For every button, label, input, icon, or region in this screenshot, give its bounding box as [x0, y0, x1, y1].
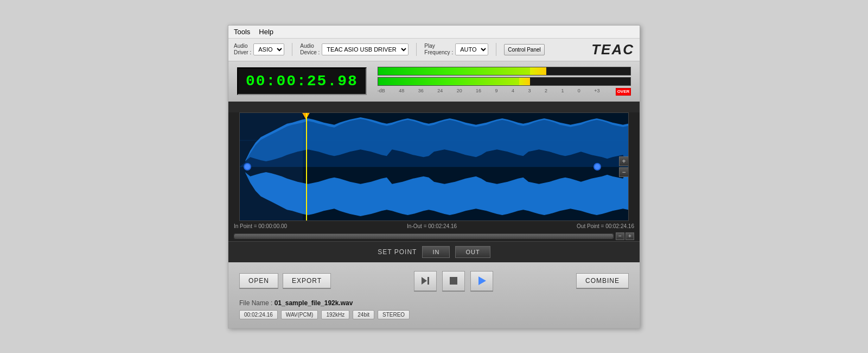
tag-format: WAV(PCM): [281, 310, 318, 319]
divider-3: [496, 43, 496, 56]
level-fill-ch1: [378, 67, 546, 75]
scrollbar-thumb[interactable]: [234, 234, 613, 238]
time-display: 00:00:25.98: [237, 67, 367, 95]
set-point-row: SET POINT IN OUT: [228, 241, 640, 262]
in-point-label: In Point = 00:00:00.00: [234, 223, 287, 229]
zoom-in-button[interactable]: +: [619, 156, 629, 166]
stop-button[interactable]: [442, 271, 465, 292]
zoom-out-button[interactable]: −: [619, 167, 629, 177]
control-panel-button[interactable]: Control Panel: [504, 44, 545, 55]
divider-2: [416, 43, 417, 56]
level-yellow-ch1: [530, 67, 546, 75]
play-frequency-label: PlayFrequency :: [424, 43, 453, 56]
menu-tools[interactable]: Tools: [234, 28, 250, 36]
export-button[interactable]: EXPORT: [283, 273, 331, 289]
timecodes-row: In Point = 00:00:00.00 In-Out = 00:02:24…: [228, 221, 640, 231]
audio-driver-select[interactable]: ASIO: [253, 43, 284, 55]
level-fill-ch2: [378, 78, 530, 85]
set-out-button[interactable]: OUT: [455, 246, 490, 258]
level-over-indicator: OVER: [616, 88, 631, 96]
scroll-zoom-plus[interactable]: +: [626, 232, 634, 240]
left-buttons: OPEN EXPORT: [239, 273, 331, 289]
play-frequency-select[interactable]: AUTO: [455, 43, 488, 55]
combine-button[interactable]: COMBINE: [576, 273, 629, 289]
waveform-header: [228, 102, 640, 112]
file-tags-row: 00:02:24.16 WAV(PCM) 192kHz 24bit STEREO: [239, 310, 629, 319]
play-icon: [476, 275, 487, 286]
open-button[interactable]: OPEN: [239, 273, 278, 289]
set-in-button[interactable]: IN: [422, 246, 450, 258]
audio-device-group: AudioDevice : TEAC ASIO USB DRIVER: [300, 43, 409, 56]
tag-bit: 24bit: [353, 310, 374, 319]
svg-rect-5: [427, 277, 429, 285]
play-skip-svg: [419, 275, 431, 287]
app-window: Tools Help AudioDriver : ASIO AudioDevic…: [228, 25, 640, 329]
waveform-wrapper: + −: [234, 112, 634, 221]
playhead-triangle: [302, 112, 310, 119]
svg-marker-7: [478, 276, 486, 285]
file-name-label: File Name :: [239, 299, 275, 307]
play-frequency-group: PlayFrequency : AUTO: [424, 43, 488, 56]
waveform-section: + − In Point = 00:00:00.00 In-Out = 00:0…: [228, 102, 640, 262]
play-skip-button[interactable]: [414, 271, 437, 292]
play-button[interactable]: [470, 271, 493, 292]
audio-driver-group: AudioDriver : ASIO: [234, 43, 284, 56]
tag-duration: 00:02:24.16: [239, 310, 278, 319]
menu-bar: Tools Help: [228, 26, 640, 39]
transport-buttons: [414, 271, 493, 292]
audio-device-label: AudioDevice :: [300, 43, 320, 56]
audio-device-select[interactable]: TEAC ASIO USB DRIVER: [322, 43, 409, 55]
scrollbar-row: − +: [228, 231, 640, 241]
in-out-label: In-Out = 00:02:24.16: [407, 223, 457, 229]
play-skip-icon: [419, 275, 431, 287]
out-point-label: Out Point = 00:02:24.16: [577, 223, 634, 229]
file-name-row: File Name : 01_sample_file_192k.wav: [239, 299, 629, 307]
bottom-controls: OPEN EXPORT: [228, 262, 640, 328]
scroll-zoom-minus[interactable]: −: [616, 232, 624, 240]
level-meter-container: -dB 48 36 24 20 16 9 4 3 2 1 0 +3 OVER: [378, 67, 631, 96]
divider-1: [292, 43, 292, 56]
scrollbar-track[interactable]: [234, 234, 614, 239]
transport-row: OPEN EXPORT: [239, 271, 629, 292]
svg-rect-6: [450, 277, 457, 285]
set-point-label: SET POINT: [378, 248, 417, 256]
toolbar: AudioDriver : ASIO AudioDevice : TEAC AS…: [228, 39, 640, 61]
file-info-area: File Name : 01_sample_file_192k.wav 00:0…: [239, 299, 629, 322]
menu-help[interactable]: Help: [259, 28, 273, 36]
level-green-ch2: [378, 78, 519, 85]
meter-scale: -dB 48 36 24 20 16 9 4 3 2 1 0 +3 OVER: [378, 87, 631, 96]
svg-marker-4: [422, 277, 427, 285]
scroll-zoom-buttons: − +: [616, 232, 634, 240]
teac-logo: TEAC: [591, 41, 634, 58]
waveform-svg: [240, 113, 628, 220]
level-green-ch1: [378, 67, 530, 75]
file-name-value: 01_sample_file_192k.wav: [275, 299, 353, 307]
timemeter-area: 00:00:25.98 -dB 48 36 24: [228, 61, 640, 102]
level-yellow-ch2: [519, 78, 530, 85]
out-point-handle[interactable]: [593, 163, 601, 171]
level-bar-channel2: [378, 77, 631, 86]
in-point-handle[interactable]: [244, 163, 251, 171]
level-bar-channel1: [378, 67, 631, 75]
zoom-controls: + −: [619, 156, 629, 177]
tag-channel: STEREO: [378, 310, 410, 319]
tag-rate: 192kHz: [321, 310, 349, 319]
waveform-canvas[interactable]: + −: [239, 112, 629, 221]
stop-icon: [449, 276, 458, 286]
audio-driver-label: AudioDriver :: [234, 43, 251, 56]
